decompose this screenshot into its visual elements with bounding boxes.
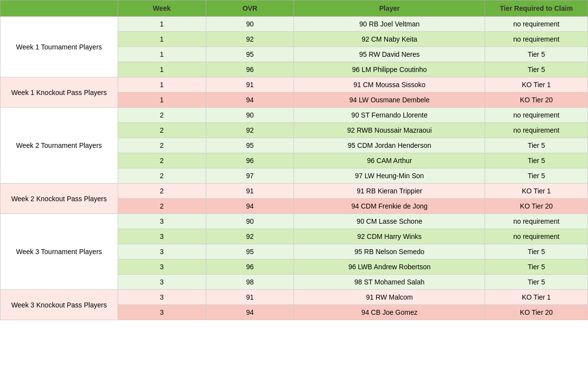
table-row: Week 3 Knockout Pass Players39191 RW Mal…: [0, 290, 588, 305]
main-table: Week OVR Player Tier Required to Claim W…: [0, 0, 588, 320]
cell-week: 1: [118, 77, 206, 93]
cell-week: 2: [118, 184, 206, 199]
cell-tier: Tier 5: [485, 153, 588, 168]
cell-player: 91 RW Malcom: [294, 290, 485, 305]
group-label: Week 2 Knockout Pass Players: [0, 184, 118, 214]
table-row: Week 1 Tournament Players19090 RB Joel V…: [0, 17, 588, 32]
header-category: [0, 0, 118, 17]
group-label: Week 1 Knockout Pass Players: [0, 77, 118, 108]
cell-player: 91 CM Moussa Sissoko: [294, 77, 485, 93]
cell-player: 94 LW Ousmane Dembele: [294, 93, 485, 108]
cell-tier: Tier 5: [485, 275, 588, 290]
cell-player: 96 LM Philippe Coutinho: [294, 62, 485, 77]
cell-week: 3: [118, 259, 206, 275]
cell-ovr: 95: [206, 138, 294, 153]
cell-player: 94 CDM Frenkie de Jong: [294, 199, 485, 214]
cell-player: 98 ST Mohamed Salah: [294, 275, 485, 290]
cell-player: 92 CDM Harry Winks: [294, 229, 485, 244]
cell-tier: no requirement: [485, 108, 588, 123]
table-row: Week 2 Knockout Pass Players29191 RB Kie…: [0, 184, 588, 199]
cell-week: 2: [118, 138, 206, 153]
cell-week: 2: [118, 199, 206, 214]
group-label: Week 3 Knockout Pass Players: [0, 290, 118, 320]
cell-player: 91 RB Kieran Trippier: [294, 184, 485, 199]
cell-tier: Tier 5: [485, 168, 588, 184]
cell-player: 94 CB Joe Gomez: [294, 305, 485, 320]
cell-player: 95 RB Nelson Semedo: [294, 244, 485, 259]
cell-ovr: 90: [206, 214, 294, 229]
cell-ovr: 96: [206, 153, 294, 168]
cell-ovr: 98: [206, 275, 294, 290]
cell-week: 3: [118, 214, 206, 229]
table-row: Week 3 Tournament Players39090 CM Lasse …: [0, 214, 588, 229]
cell-week: 3: [118, 275, 206, 290]
header-row: Week OVR Player Tier Required to Claim: [0, 0, 588, 17]
cell-week: 2: [118, 153, 206, 168]
cell-tier: no requirement: [485, 214, 588, 229]
cell-tier: Tier 5: [485, 244, 588, 259]
cell-ovr: 92: [206, 123, 294, 138]
cell-ovr: 92: [206, 229, 294, 244]
header-tier: Tier Required to Claim: [485, 0, 588, 17]
cell-tier: Tier 5: [485, 138, 588, 153]
cell-ovr: 91: [206, 184, 294, 199]
cell-player: 92 CM Naby Keita: [294, 32, 485, 47]
cell-tier: KO Tier 20: [485, 93, 588, 108]
cell-tier: KO Tier 1: [485, 77, 588, 93]
cell-ovr: 95: [206, 47, 294, 62]
cell-tier: no requirement: [485, 32, 588, 47]
cell-tier: Tier 5: [485, 259, 588, 275]
cell-tier: KO Tier 20: [485, 305, 588, 320]
cell-week: 1: [118, 47, 206, 62]
cell-ovr: 96: [206, 62, 294, 77]
cell-tier: KO Tier 20: [485, 199, 588, 214]
cell-player: 96 CAM Arthur: [294, 153, 485, 168]
cell-week: 3: [118, 305, 206, 320]
cell-ovr: 94: [206, 199, 294, 214]
cell-tier: Tier 5: [485, 62, 588, 77]
cell-ovr: 91: [206, 77, 294, 93]
cell-week: 1: [118, 93, 206, 108]
cell-week: 1: [118, 62, 206, 77]
group-label: Week 2 Tournament Players: [0, 108, 118, 184]
cell-week: 3: [118, 290, 206, 305]
cell-ovr: 97: [206, 168, 294, 184]
cell-player: 97 LW Heung-Min Son: [294, 168, 485, 184]
header-week: Week: [118, 0, 206, 17]
cell-ovr: 96: [206, 259, 294, 275]
cell-ovr: 90: [206, 108, 294, 123]
cell-tier: no requirement: [485, 229, 588, 244]
cell-week: 2: [118, 123, 206, 138]
cell-week: 1: [118, 32, 206, 47]
group-label: Week 3 Tournament Players: [0, 214, 118, 290]
cell-week: 2: [118, 108, 206, 123]
cell-week: 3: [118, 244, 206, 259]
table-row: Week 2 Tournament Players29090 ST Fernan…: [0, 108, 588, 123]
cell-tier: no requirement: [485, 123, 588, 138]
group-label: Week 1 Tournament Players: [0, 17, 118, 77]
cell-week: 3: [118, 229, 206, 244]
cell-player: 90 RB Joel Veltman: [294, 17, 485, 32]
cell-player: 92 RWB Noussair Mazraoui: [294, 123, 485, 138]
table-row: Week 1 Knockout Pass Players19191 CM Mou…: [0, 77, 588, 93]
header-ovr: OVR: [206, 0, 294, 17]
cell-tier: KO Tier 1: [485, 290, 588, 305]
table-body: Week 1 Tournament Players19090 RB Joel V…: [0, 17, 588, 320]
cell-player: 95 CDM Jordan Henderson: [294, 138, 485, 153]
cell-ovr: 94: [206, 93, 294, 108]
cell-tier: Tier 5: [485, 47, 588, 62]
cell-player: 90 CM Lasse Schone: [294, 214, 485, 229]
cell-week: 2: [118, 168, 206, 184]
cell-ovr: 91: [206, 290, 294, 305]
header-player: Player: [294, 0, 485, 17]
cell-ovr: 92: [206, 32, 294, 47]
cell-week: 1: [118, 17, 206, 32]
cell-ovr: 94: [206, 305, 294, 320]
cell-player: 90 ST Fernando Llorente: [294, 108, 485, 123]
cell-player: 96 LWB Andrew Robertson: [294, 259, 485, 275]
cell-tier: no requirement: [485, 17, 588, 32]
cell-ovr: 90: [206, 17, 294, 32]
cell-player: 95 RW David Neres: [294, 47, 485, 62]
cell-ovr: 95: [206, 244, 294, 259]
cell-tier: KO Tier 1: [485, 184, 588, 199]
